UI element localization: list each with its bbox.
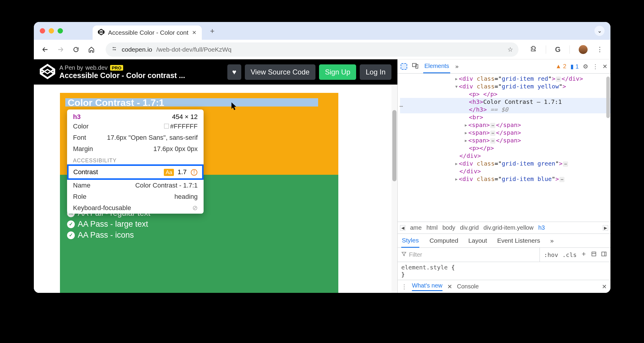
print-media-icon[interactable] bbox=[591, 251, 597, 258]
view-source-button[interactable]: View Source Code bbox=[245, 64, 315, 80]
drawer-tab-console[interactable]: Console bbox=[457, 283, 479, 290]
tab-styles[interactable]: Styles bbox=[401, 234, 419, 248]
url-host: codepen.io bbox=[122, 46, 152, 53]
devtools-menu-icon[interactable]: ⋮ bbox=[592, 63, 598, 70]
codepen-header: A Pen by web.dev PRO Accessible Color - … bbox=[34, 59, 397, 85]
styles-body[interactable]: element.style { } bbox=[398, 262, 610, 280]
warning-icon: ! bbox=[191, 169, 197, 176]
ellipsis-icon[interactable]: ⋯ bbox=[559, 177, 564, 182]
drawer-tab-whatsnew[interactable]: What's new bbox=[412, 282, 442, 291]
browser-window: Accessible Color - Color cont ✕ + ⌄ code… bbox=[34, 22, 610, 293]
drawer-close-icon[interactable]: ✕ bbox=[602, 283, 607, 290]
tab-computed[interactable]: Computed bbox=[429, 237, 458, 244]
browser-menu-icon[interactable]: ⋮ bbox=[597, 46, 603, 53]
svg-rect-3 bbox=[602, 252, 606, 256]
ellipsis-icon[interactable]: ⋯ bbox=[490, 123, 495, 128]
browser-tab[interactable]: Accessible Color - Color cont ✕ bbox=[93, 26, 202, 40]
breadcrumb-item[interactable]: div.grid bbox=[460, 224, 479, 231]
signup-button[interactable]: Sign Up bbox=[319, 64, 356, 80]
close-tab-icon[interactable]: ✕ bbox=[192, 29, 196, 36]
dom-node[interactable]: ▸<span>⋯</span> bbox=[400, 136, 610, 144]
issues-badge[interactable]: ▮ 1 bbox=[570, 63, 579, 70]
byline-author[interactable]: web.dev bbox=[85, 64, 108, 71]
styles-filter-row: Filter :hov .cls bbox=[398, 248, 610, 262]
breadcrumb-current[interactable]: h3 bbox=[538, 224, 545, 231]
computed-sidebar-icon[interactable] bbox=[601, 251, 607, 258]
tooltip-contrast-value: Aa 1.7 ! bbox=[164, 168, 197, 176]
more-styles-tabs-icon[interactable]: » bbox=[550, 237, 554, 244]
tooltip-font-label: Font bbox=[73, 134, 86, 142]
bookmark-star-icon[interactable]: ☆ bbox=[507, 46, 513, 53]
codepen-logo-icon[interactable] bbox=[40, 64, 55, 80]
styles-filter-input[interactable]: Filter bbox=[401, 248, 540, 262]
ellipsis-icon[interactable]: ⋯ bbox=[490, 138, 495, 144]
dom-node[interactable]: <p> </p> bbox=[400, 90, 610, 98]
breadcrumb-item[interactable]: div.grid-item.yellow bbox=[483, 224, 534, 231]
tooltip-margin-value: 17.6px 0px 0px bbox=[153, 145, 198, 153]
ellipsis-icon[interactable]: ⋯ bbox=[556, 77, 561, 82]
divider bbox=[570, 45, 570, 54]
address-bar[interactable]: codepen.io/web-dot-dev/full/PoeKzWq ☆ bbox=[106, 42, 518, 57]
breadcrumb-right-icon[interactable]: ▶ bbox=[603, 225, 608, 231]
gutter-ellipsis-icon: ⋯ bbox=[399, 103, 403, 110]
ellipsis-icon[interactable]: ⋯ bbox=[490, 131, 495, 136]
back-button[interactable] bbox=[41, 45, 49, 54]
dom-node[interactable]: </div> bbox=[400, 167, 610, 175]
breadcrumb-item[interactable]: ame bbox=[410, 224, 422, 231]
dom-node[interactable]: <p></p> bbox=[400, 144, 610, 152]
toolbar-right: G ⋮ bbox=[530, 45, 603, 54]
scrollbar-thumb[interactable] bbox=[392, 110, 396, 181]
fullscreen-window-icon[interactable] bbox=[58, 28, 63, 34]
tab-layout[interactable]: Layout bbox=[468, 237, 487, 244]
inspect-element-icon[interactable] bbox=[401, 63, 407, 70]
new-style-rule-icon[interactable] bbox=[581, 251, 587, 258]
breadcrumb-left-icon[interactable]: ◀ bbox=[400, 225, 405, 231]
profile-avatar[interactable] bbox=[579, 45, 588, 54]
tooltip-role-value: heading bbox=[175, 193, 198, 201]
dom-node[interactable]: </div> bbox=[400, 152, 610, 160]
cls-toggle[interactable]: .cls bbox=[562, 251, 577, 258]
tab-elements[interactable]: Elements bbox=[423, 60, 450, 73]
page-scrollbar[interactable] bbox=[391, 85, 397, 293]
minimize-window-icon[interactable] bbox=[49, 28, 54, 34]
google-account-icon[interactable]: G bbox=[555, 45, 561, 54]
home-button[interactable] bbox=[87, 45, 96, 54]
devtools-close-icon[interactable]: ✕ bbox=[602, 63, 607, 70]
window-controls bbox=[40, 28, 63, 34]
dom-node-selected[interactable]: </h3> == $0 bbox=[400, 106, 610, 113]
extensions-icon[interactable] bbox=[530, 45, 537, 54]
close-window-icon[interactable] bbox=[40, 28, 45, 34]
dom-node[interactable]: ▸<div class="grid-item red">⋯</div> bbox=[400, 75, 610, 82]
codepen-favicon-icon bbox=[98, 29, 104, 37]
tooltip-name-value: Color Contrast - 1.7:1 bbox=[135, 182, 198, 189]
dom-tree[interactable]: ▸<div class="grid-item red">⋯</div> ▾<di… bbox=[398, 74, 610, 222]
device-toolbar-icon[interactable] bbox=[412, 62, 418, 70]
new-tab-button[interactable]: + bbox=[210, 26, 215, 36]
more-tabs-icon[interactable]: » bbox=[455, 63, 459, 70]
dom-scrollbar-thumb[interactable] bbox=[606, 77, 610, 118]
styles-tab-bar: Styles Computed Layout Event Listeners » bbox=[398, 234, 610, 248]
tab-event-listeners[interactable]: Event Listeners bbox=[497, 237, 540, 244]
dom-node[interactable]: ▸<span>⋯</span> bbox=[400, 129, 610, 136]
dom-node[interactable]: ▸<div class="grid-item green">⋯ bbox=[400, 160, 610, 167]
warnings-badge[interactable]: ▲ 2 bbox=[556, 63, 566, 70]
site-settings-icon[interactable] bbox=[111, 45, 118, 53]
forward-button[interactable] bbox=[56, 45, 65, 54]
dom-node[interactable]: ▸<div class="grid-item blue">⋯ bbox=[400, 175, 610, 183]
hov-toggle[interactable]: :hov bbox=[544, 251, 558, 258]
dom-node[interactable]: <br> bbox=[400, 113, 610, 121]
settings-gear-icon[interactable]: ⚙ bbox=[583, 63, 588, 70]
reload-button[interactable] bbox=[72, 45, 80, 54]
drawer-menu-icon[interactable]: ⋮ bbox=[401, 283, 407, 290]
breadcrumb-item[interactable]: html bbox=[426, 224, 438, 231]
dom-node[interactable]: ▾<div class="grid-item yellow"> bbox=[400, 82, 610, 90]
drawer-whatsnew-close-icon[interactable]: ✕ bbox=[447, 283, 452, 290]
breadcrumb-item[interactable]: body bbox=[442, 224, 455, 231]
dom-node-selected[interactable]: <h3>Color Contrast – 1.7:1 bbox=[400, 98, 610, 106]
login-button[interactable]: Log In bbox=[360, 64, 391, 80]
pass-icon: ✓ bbox=[67, 231, 75, 239]
ellipsis-icon[interactable]: ⋯ bbox=[563, 161, 568, 167]
tabs-dropdown-icon[interactable]: ⌄ bbox=[594, 26, 605, 36]
like-button[interactable]: ♥ bbox=[227, 64, 241, 80]
dom-node[interactable]: ▸<span>⋯</span> bbox=[400, 121, 610, 129]
